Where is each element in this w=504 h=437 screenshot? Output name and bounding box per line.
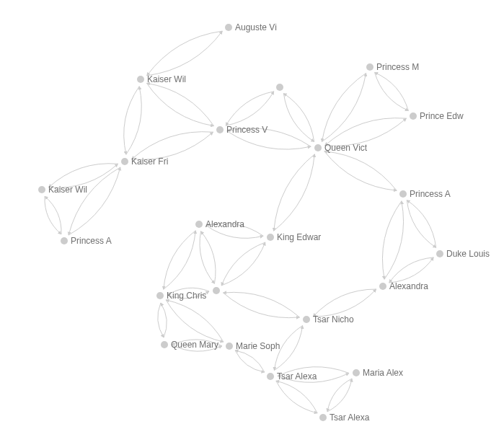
graph-edge bbox=[126, 87, 141, 154]
graph-edge bbox=[124, 87, 139, 154]
graph-node-label: Kaiser Wil bbox=[147, 74, 186, 84]
graph-edge bbox=[274, 154, 315, 231]
graph-node-label: Tsar Alexa bbox=[277, 371, 317, 381]
graph-edge bbox=[313, 289, 376, 317]
graph-node[interactable] bbox=[216, 126, 224, 133]
graph-edge bbox=[68, 167, 120, 235]
graph-edge bbox=[327, 379, 352, 412]
graph-edge bbox=[407, 200, 436, 248]
graph-edge bbox=[235, 350, 265, 372]
graph-edge bbox=[407, 200, 436, 248]
graph-node-label: King Chris bbox=[167, 291, 206, 301]
graph-node-label: Kaiser Fri bbox=[131, 156, 168, 167]
graph-node[interactable] bbox=[379, 283, 386, 290]
graph-node[interactable] bbox=[156, 292, 164, 299]
graph-node-label: Queen Vict bbox=[324, 143, 368, 153]
graph-node-label: Alexandra bbox=[205, 219, 244, 229]
graph-edge bbox=[283, 93, 314, 141]
graph-node[interactable] bbox=[161, 341, 168, 348]
graph-node[interactable] bbox=[267, 234, 274, 241]
graph-node[interactable] bbox=[276, 84, 283, 91]
graph-edge bbox=[276, 381, 317, 413]
graph-canvas[interactable]: Auguste ViPrincess MKaiser WilPrince Edw… bbox=[0, 0, 504, 437]
graph-edge bbox=[161, 303, 167, 337]
graph-edge bbox=[164, 231, 195, 289]
graph-node-label: Tsar Alexa bbox=[330, 412, 370, 423]
graph-edge bbox=[283, 93, 314, 141]
graph-node[interactable] bbox=[195, 221, 203, 228]
graph-node-label: Kaiser Wil bbox=[48, 185, 87, 195]
graph-edge bbox=[224, 293, 300, 318]
graph-node[interactable] bbox=[38, 186, 45, 193]
graph-node-label: Tsar Nicho bbox=[313, 314, 354, 325]
graph-edge bbox=[146, 83, 213, 125]
graph-node-label: Marie Soph bbox=[236, 341, 280, 351]
graph-node[interactable] bbox=[303, 316, 310, 323]
graph-edge bbox=[200, 231, 214, 284]
graph-node-label: Maria Alex bbox=[363, 368, 403, 378]
graph-edge bbox=[274, 154, 315, 231]
graph-edge bbox=[327, 379, 352, 412]
graph-node[interactable] bbox=[319, 414, 327, 421]
graph-edge bbox=[158, 303, 164, 337]
graph-node-label: Princess A bbox=[71, 236, 112, 246]
nodes-layer: Auguste ViPrincess MKaiser WilPrince Edw… bbox=[38, 22, 490, 423]
graph-node[interactable] bbox=[410, 112, 417, 120]
graph-edge bbox=[164, 231, 195, 289]
graph-node-label: Princess A bbox=[410, 189, 451, 199]
graph-node-label: Alexandra bbox=[389, 281, 428, 291]
graph-edge bbox=[389, 257, 434, 283]
graph-node-label: King Edwar bbox=[277, 232, 321, 242]
graph-node[interactable] bbox=[314, 144, 322, 151]
graph-edge bbox=[166, 300, 224, 342]
graph-node[interactable] bbox=[267, 373, 274, 380]
graph-node-label: Princess V bbox=[226, 125, 268, 135]
graph-node[interactable] bbox=[61, 237, 68, 244]
graph-edge bbox=[147, 31, 223, 76]
graph-node-label: Prince Edw bbox=[420, 111, 464, 121]
graph-node[interactable] bbox=[366, 63, 373, 71]
graph-edge bbox=[147, 31, 223, 76]
graph-edge bbox=[221, 242, 265, 286]
graph-node-label: Duke Louis bbox=[446, 249, 490, 259]
graph-node-label: Queen Mary bbox=[171, 340, 218, 350]
graph-edge bbox=[375, 72, 409, 110]
graph-node[interactable] bbox=[137, 76, 144, 83]
graph-node[interactable] bbox=[436, 250, 443, 257]
graph-edge bbox=[235, 350, 265, 372]
graph-node[interactable] bbox=[353, 369, 360, 376]
graph-node-label: Auguste Vi bbox=[235, 22, 277, 32]
graph-edge bbox=[68, 167, 120, 235]
graph-edge bbox=[226, 92, 274, 125]
graph-edge bbox=[375, 72, 409, 110]
graph-edge bbox=[201, 231, 216, 284]
graph-edge bbox=[324, 151, 397, 190]
graph-edge bbox=[224, 292, 300, 317]
graph-edge bbox=[146, 83, 213, 125]
graph-node[interactable] bbox=[121, 158, 128, 165]
graph-edge bbox=[313, 289, 376, 317]
graph-node[interactable] bbox=[225, 24, 232, 31]
graph-edge bbox=[389, 257, 434, 283]
graph-edge bbox=[166, 300, 224, 342]
graph-edge bbox=[221, 242, 265, 286]
graph-edge bbox=[276, 381, 317, 413]
graph-node[interactable] bbox=[399, 190, 407, 198]
graph-edge bbox=[324, 151, 397, 190]
graph-node-label: Princess M bbox=[376, 62, 419, 72]
graph-node[interactable] bbox=[226, 343, 233, 350]
graph-edge bbox=[226, 92, 274, 125]
graph-node[interactable] bbox=[213, 287, 220, 294]
